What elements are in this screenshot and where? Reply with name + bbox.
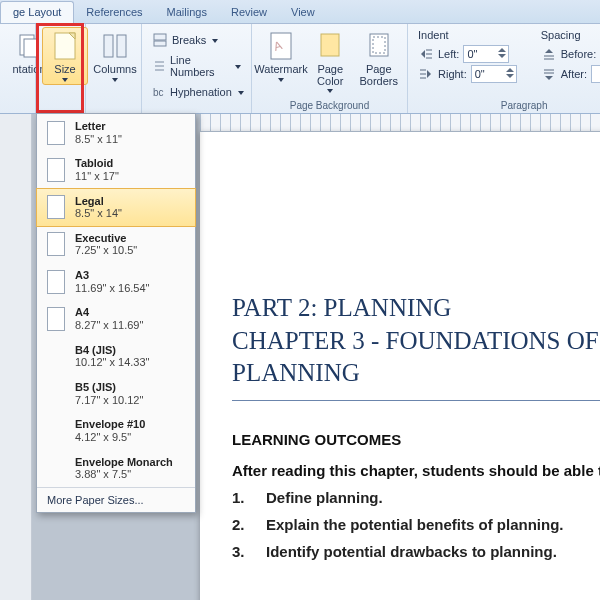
tab-page-layout[interactable]: ge Layout xyxy=(0,1,74,23)
indent-left-input[interactable]: 0" xyxy=(463,45,509,63)
breaks-icon xyxy=(152,32,168,48)
line-numbers-icon xyxy=(152,58,166,74)
list-item: 1.Define planning. xyxy=(232,489,600,506)
page-icon xyxy=(47,232,65,256)
indent-left-icon xyxy=(418,46,434,62)
page-borders-button[interactable]: Page Borders xyxy=(356,27,401,90)
hyphenation-icon: bc xyxy=(152,84,166,100)
size-dropdown: Letter8.5" x 11"Tabloid11" x 17"Legal8.5… xyxy=(36,113,196,513)
indent-right-input[interactable]: 0" xyxy=(471,65,517,83)
svg-rect-7 xyxy=(154,41,166,46)
doc-divider xyxy=(232,400,600,401)
svg-rect-14 xyxy=(321,34,339,56)
page-color-icon xyxy=(314,30,346,62)
page-icon xyxy=(47,307,65,331)
tab-mailings[interactable]: Mailings xyxy=(155,2,219,23)
group-paragraph: Paragraph xyxy=(414,99,600,111)
horizontal-ruler[interactable] xyxy=(200,114,600,132)
svg-rect-4 xyxy=(104,35,113,57)
doc-subheading: LEARNING OUTCOMES xyxy=(232,431,600,448)
tab-review[interactable]: Review xyxy=(219,2,279,23)
list-item: 3.Identify potential drawbacks to planni… xyxy=(232,543,600,560)
size-option-b4-jis-[interactable]: B4 (JIS)10.12" x 14.33" xyxy=(37,338,195,375)
size-option-tabloid[interactable]: Tabloid11" x 17" xyxy=(37,151,195,188)
page-icon xyxy=(47,121,65,145)
indent-heading: Indent xyxy=(418,29,517,44)
columns-icon xyxy=(99,30,131,62)
group-page-background: Page Background xyxy=(258,99,401,111)
svg-rect-6 xyxy=(154,34,166,40)
spacing-heading: Spacing xyxy=(541,29,600,44)
left-gutter xyxy=(0,114,32,600)
ribbon-tabs: ge Layout References Mailings Review Vie… xyxy=(0,0,600,24)
size-option-a3[interactable]: A311.69" x 16.54" xyxy=(37,263,195,300)
spacing-after-input[interactable] xyxy=(591,65,600,83)
document-page: PART 2: PLANNING CHAPTER 3 - FOUNDATIONS… xyxy=(200,132,600,600)
chevron-down-icon xyxy=(327,89,333,93)
doc-list: 1.Define planning.2.Explain the potentia… xyxy=(232,489,600,560)
page-icon xyxy=(47,195,65,219)
more-paper-sizes[interactable]: More Paper Sizes... xyxy=(37,487,195,512)
size-option-executive[interactable]: Executive7.25" x 10.5" xyxy=(37,226,195,263)
size-option-a4[interactable]: A48.27" x 11.69" xyxy=(37,300,195,337)
watermark-icon: A xyxy=(265,30,297,62)
chevron-down-icon xyxy=(212,39,218,43)
page-icon xyxy=(47,270,65,294)
doc-heading-1: PART 2: PLANNING xyxy=(232,292,600,325)
svg-text:bc: bc xyxy=(153,87,164,98)
columns-label: Columns xyxy=(93,64,136,76)
line-numbers-button[interactable]: Line Numbers xyxy=(148,51,245,81)
spacing-before-icon xyxy=(541,46,557,62)
size-option-b5-jis-[interactable]: B5 (JIS)7.17" x 10.12" xyxy=(37,375,195,412)
breaks-button[interactable]: Breaks xyxy=(148,29,245,51)
watermark-button[interactable]: A Watermark xyxy=(258,27,304,85)
doc-heading-2: CHAPTER 3 - FOUNDATIONS OF PLANNING xyxy=(232,325,600,390)
size-option-letter[interactable]: Letter8.5" x 11" xyxy=(37,114,195,151)
chevron-down-icon xyxy=(278,78,284,82)
chevron-down-icon xyxy=(238,91,244,95)
size-option-envelope-monarch[interactable]: Envelope Monarch3.88" x 7.5" xyxy=(37,450,195,487)
size-option-legal[interactable]: Legal8.5" x 14" xyxy=(37,189,195,226)
annotation-highlight xyxy=(36,23,84,113)
hyphenation-button[interactable]: bcHyphenation xyxy=(148,81,245,103)
tab-view[interactable]: View xyxy=(279,2,327,23)
columns-button[interactable]: Columns xyxy=(92,27,138,85)
spacing-after-icon xyxy=(541,66,557,82)
page-color-button[interactable]: Page Color xyxy=(308,27,352,96)
list-item: 2.Explain the potential benefits of plan… xyxy=(232,516,600,533)
doc-lead: After reading this chapter, students sho… xyxy=(232,462,600,479)
chevron-down-icon xyxy=(112,78,118,82)
svg-rect-5 xyxy=(117,35,126,57)
chevron-down-icon xyxy=(235,65,241,69)
ribbon: ntation Size Columns Breaks Line Numbers… xyxy=(0,24,600,114)
tab-references[interactable]: References xyxy=(74,2,154,23)
page-borders-icon xyxy=(363,30,395,62)
indent-right-icon xyxy=(418,66,434,82)
size-option-envelope-10[interactable]: Envelope #104.12" x 9.5" xyxy=(37,412,195,449)
page-icon xyxy=(47,158,65,182)
